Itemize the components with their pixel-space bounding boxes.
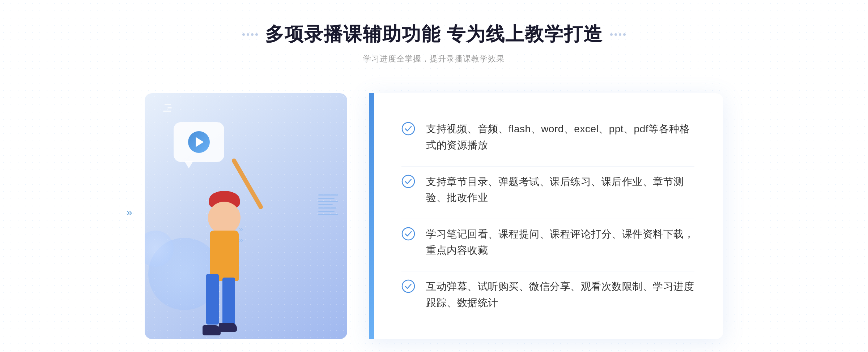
feature-item-4: 互动弹幕、试听购买、微信分享、观看次数限制、学习进度跟踪、数据统计 bbox=[401, 271, 694, 318]
chevron-icon: » bbox=[127, 207, 132, 218]
feature-text-4: 互动弹幕、试听购买、微信分享、观看次数限制、学习进度跟踪、数据统计 bbox=[426, 279, 694, 311]
check-icon-4 bbox=[401, 279, 415, 293]
svg-point-2 bbox=[402, 228, 414, 240]
light-ray-2 bbox=[167, 107, 172, 108]
title-row: 多项录播课辅助功能 专为线上教学打造 bbox=[242, 22, 626, 47]
figure-head bbox=[208, 202, 241, 234]
left-chevrons: » bbox=[127, 207, 132, 218]
light-rays bbox=[165, 104, 172, 112]
feature-item-2: 支持章节目录、弹题考试、课后练习、课后作业、章节测验、批改作业 bbox=[401, 166, 694, 214]
check-icon-2 bbox=[401, 175, 415, 188]
feature-item-3: 学习笔记回看、课程提问、课程评论打分、课件资料下载，重点内容收藏 bbox=[401, 219, 694, 266]
feature-text-2: 支持章节目录、弹题考试、课后练习、课后作业、章节测验、批改作业 bbox=[426, 174, 694, 206]
page-wrapper: 多项录播课辅助功能 专为线上教学打造 学习进度全掌握，提升录播课教学效果 » bbox=[0, 0, 868, 352]
features-panel: 支持视频、音频、flash、word、excel、ppt、pdf等各种格式的资源… bbox=[369, 93, 723, 339]
illustration-area: » bbox=[145, 86, 369, 339]
feature-text-1: 支持视频、音频、flash、word、excel、ppt、pdf等各种格式的资源… bbox=[426, 121, 694, 154]
page-title: 多项录播课辅助功能 专为线上教学打造 bbox=[265, 22, 603, 47]
svg-point-1 bbox=[402, 175, 414, 188]
figure-shoe-right bbox=[219, 323, 237, 332]
figure-shoe-left bbox=[203, 325, 221, 335]
title-dots-right bbox=[610, 33, 626, 36]
light-ray-1 bbox=[165, 104, 171, 105]
header-section: 多项录播课辅助功能 专为线上教学打造 学习进度全掌握，提升录播课教学效果 bbox=[242, 22, 626, 64]
figure-illustration bbox=[163, 129, 286, 339]
feature-item-1: 支持视频、音频、flash、word、excel、ppt、pdf等各种格式的资源… bbox=[401, 114, 694, 161]
feature-text-3: 学习笔记回看、课程提问、课程评论打分、课件资料下载，重点内容收藏 bbox=[426, 226, 694, 259]
title-dots-left bbox=[242, 33, 258, 36]
svg-point-3 bbox=[402, 280, 414, 292]
figure-body bbox=[210, 231, 239, 281]
svg-point-0 bbox=[402, 123, 414, 135]
content-section: » bbox=[145, 86, 723, 339]
check-icon-1 bbox=[401, 122, 415, 136]
light-ray-3 bbox=[163, 111, 171, 112]
check-icon-3 bbox=[401, 227, 415, 241]
figure-leg-right bbox=[222, 278, 235, 325]
figure-leg-left bbox=[206, 274, 219, 325]
inner-chevrons: » » bbox=[239, 225, 243, 245]
panel-left-bar bbox=[369, 93, 374, 339]
deco-lines bbox=[318, 194, 340, 223]
illustration-bg: » » bbox=[145, 93, 347, 339]
page-subtitle: 学习进度全掌握，提升录播课教学效果 bbox=[242, 53, 626, 64]
